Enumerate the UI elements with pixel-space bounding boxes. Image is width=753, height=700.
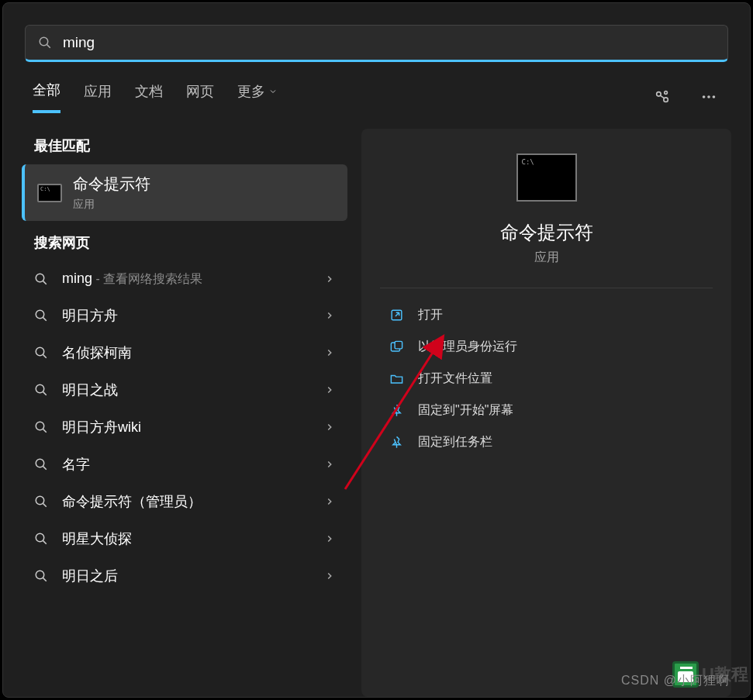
svg-point-8 xyxy=(36,274,44,282)
svg-point-0 xyxy=(40,37,48,46)
pin-icon xyxy=(389,435,404,450)
web-item-sub: - 查看网络搜索结果 xyxy=(92,272,202,285)
best-match-item[interactable]: 命令提示符 应用 xyxy=(22,164,347,221)
svg-line-19 xyxy=(43,467,47,470)
web-item-text: 名侦探柯南 xyxy=(62,345,132,360)
svg-rect-28 xyxy=(395,341,402,349)
admin-icon xyxy=(389,340,404,354)
web-item-text: 明日方舟 xyxy=(62,308,118,323)
action-admin[interactable]: 以管理员身份运行 xyxy=(380,331,713,363)
web-search-item[interactable]: 明日之战 xyxy=(22,371,347,409)
web-item-text: 命令提示符（管理员） xyxy=(62,494,202,509)
web-search-item[interactable]: 名字 xyxy=(22,446,347,483)
tab-web[interactable]: 网页 xyxy=(186,82,214,112)
search-icon xyxy=(34,309,48,322)
svg-line-11 xyxy=(43,318,47,321)
svg-point-5 xyxy=(703,95,706,98)
search-icon xyxy=(34,532,48,546)
search-icon xyxy=(34,346,48,360)
action-label: 打开文件位置 xyxy=(418,371,492,387)
search-icon xyxy=(34,569,48,583)
web-search-item[interactable]: 明日方舟 xyxy=(22,297,347,334)
svg-line-9 xyxy=(43,281,47,284)
action-label: 以管理员身份运行 xyxy=(418,339,517,355)
svg-point-12 xyxy=(36,347,44,356)
search-icon xyxy=(34,420,48,434)
cmd-icon xyxy=(37,184,62,202)
web-search-item[interactable]: 明星大侦探 xyxy=(22,520,347,557)
chevron-right-icon xyxy=(324,347,335,358)
preview-cmd-icon xyxy=(516,153,577,202)
action-folder[interactable]: 打开文件位置 xyxy=(380,363,713,395)
action-open[interactable]: 打开 xyxy=(380,299,713,331)
share-icon[interactable] xyxy=(651,85,674,109)
preview-sub: 应用 xyxy=(534,250,559,266)
chevron-right-icon xyxy=(324,274,335,284)
tab-apps[interactable]: 应用 xyxy=(84,82,112,112)
preview-title: 命令提示符 xyxy=(500,220,593,245)
tab-docs[interactable]: 文档 xyxy=(135,82,163,112)
open-icon xyxy=(389,308,404,322)
pin-icon xyxy=(389,403,404,418)
svg-point-14 xyxy=(36,384,44,393)
chevron-right-icon xyxy=(324,310,335,321)
chevron-right-icon xyxy=(324,571,335,581)
web-search-title: 搜索网页 xyxy=(22,226,347,261)
web-search-item[interactable]: 名侦探柯南 xyxy=(22,334,347,371)
svg-point-24 xyxy=(36,571,44,579)
web-item-text: 明日之后 xyxy=(62,568,118,584)
search-box[interactable] xyxy=(25,25,728,62)
web-search-item[interactable]: 命令提示符（管理员） xyxy=(22,483,347,520)
action-label: 固定到"开始"屏幕 xyxy=(418,402,513,419)
web-item-text: ming xyxy=(62,271,92,286)
best-match-label: 命令提示符 xyxy=(73,174,150,195)
chevron-right-icon xyxy=(324,533,335,544)
best-match-sub: 应用 xyxy=(73,198,150,212)
action-label: 打开 xyxy=(418,307,443,323)
svg-line-1 xyxy=(47,45,50,48)
web-item-text: 明日方舟wiki xyxy=(62,419,141,435)
svg-line-17 xyxy=(43,429,47,433)
search-icon xyxy=(34,457,48,471)
chevron-right-icon xyxy=(324,422,335,433)
svg-point-20 xyxy=(36,496,44,505)
chevron-down-icon xyxy=(268,87,278,96)
svg-point-18 xyxy=(36,459,44,467)
svg-point-22 xyxy=(36,533,44,542)
svg-line-15 xyxy=(43,392,47,395)
search-icon xyxy=(34,495,48,509)
search-input[interactable] xyxy=(63,34,715,51)
folder-icon xyxy=(389,371,404,386)
svg-point-10 xyxy=(36,310,44,319)
svg-point-6 xyxy=(707,95,710,98)
web-item-text: 明日之战 xyxy=(62,382,118,398)
web-search-item[interactable]: 明日之后 xyxy=(22,557,347,595)
search-icon xyxy=(34,272,48,286)
web-search-item[interactable]: ming - 查看网络搜索结果 xyxy=(22,261,347,297)
action-pin[interactable]: 固定到任务栏 xyxy=(380,426,713,458)
svg-point-16 xyxy=(36,422,44,430)
svg-line-23 xyxy=(43,541,47,544)
svg-point-7 xyxy=(713,95,716,98)
web-search-item[interactable]: 明日方舟wiki xyxy=(22,409,347,446)
chevron-right-icon xyxy=(324,384,335,395)
action-label: 固定到任务栏 xyxy=(418,434,492,450)
best-match-title: 最佳匹配 xyxy=(22,129,347,164)
preview-pane: 命令提示符 应用 打开以管理员身份运行打开文件位置固定到"开始"屏幕固定到任务栏 xyxy=(361,129,731,697)
more-icon[interactable] xyxy=(697,85,720,109)
search-icon xyxy=(34,383,48,397)
divider xyxy=(380,288,713,288)
action-pin[interactable]: 固定到"开始"屏幕 xyxy=(380,395,713,426)
chevron-right-icon xyxy=(324,496,335,507)
search-icon xyxy=(38,36,52,50)
tab-more[interactable]: 更多 xyxy=(237,82,278,112)
web-item-text: 名字 xyxy=(62,457,90,472)
svg-line-25 xyxy=(43,578,47,581)
svg-point-4 xyxy=(665,91,668,95)
tab-all[interactable]: 全部 xyxy=(33,81,60,113)
chevron-right-icon xyxy=(324,459,335,470)
web-item-text: 明星大侦探 xyxy=(62,531,132,547)
watermark: CSDN @小阿狸啊 xyxy=(621,673,730,689)
svg-line-21 xyxy=(43,504,47,507)
svg-line-13 xyxy=(43,355,47,358)
